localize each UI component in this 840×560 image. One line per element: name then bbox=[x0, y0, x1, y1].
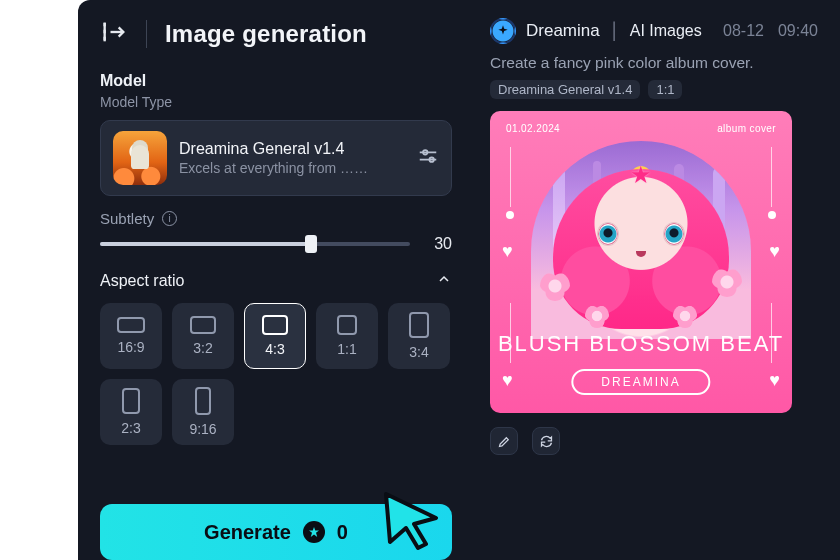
subtlety-value: 30 bbox=[424, 235, 452, 253]
model-section-label: Model bbox=[100, 72, 452, 90]
subtlety-label: Subtlety bbox=[100, 210, 154, 227]
aspect-ratio-4-3[interactable]: 4:3 bbox=[244, 303, 306, 369]
subtlety-slider[interactable] bbox=[100, 242, 410, 246]
album-artist: DREAMINA bbox=[571, 369, 710, 395]
page-title: Image generation bbox=[165, 20, 367, 48]
post-source: Dreamina bbox=[526, 21, 600, 41]
decor-line bbox=[510, 147, 511, 207]
aspect-ratio-label: 2:3 bbox=[121, 420, 140, 436]
separator: │ bbox=[610, 22, 620, 40]
aspect-ratio-1-1[interactable]: 1:1 bbox=[316, 303, 378, 369]
decor-line bbox=[771, 147, 772, 207]
flower-icon bbox=[540, 271, 570, 301]
heart-icon: ♥ bbox=[769, 370, 780, 391]
prompt-text: Create a fancy pink color album cover. bbox=[490, 54, 818, 72]
heart-icon: ♥ bbox=[769, 241, 780, 262]
heart-icon: ♥ bbox=[502, 370, 513, 391]
slider-thumb[interactable] bbox=[305, 235, 317, 253]
aspect-ratio-grid: 16:93:24:31:13:42:39:16 bbox=[100, 303, 452, 445]
aspect-ratio-label: 3:2 bbox=[193, 340, 212, 356]
flower-icon bbox=[585, 304, 609, 328]
model-selector[interactable]: Dreamina General v1.4 Excels at everythi… bbox=[100, 120, 452, 196]
edit-button[interactable] bbox=[490, 427, 518, 455]
album-title: BLUSH BLOSSOM BEAT bbox=[490, 331, 792, 357]
heart-icon: ♥ bbox=[502, 241, 513, 262]
aspect-shape-icon bbox=[195, 387, 211, 415]
aspect-ratio-2-3[interactable]: 2:3 bbox=[100, 379, 162, 445]
post-date: 08-12 bbox=[723, 22, 764, 40]
aspect-ratio-label: 1:1 bbox=[337, 341, 356, 357]
model-name: Dreamina General v1.4 bbox=[179, 140, 405, 158]
album-tag: album cover bbox=[717, 123, 776, 134]
album-date: 01.02.2024 bbox=[506, 123, 560, 134]
aspect-ratio-9-16[interactable]: 9:16 bbox=[172, 379, 234, 445]
model-type-label: Model Type bbox=[100, 94, 452, 110]
aspect-ratio-label: 16:9 bbox=[117, 339, 144, 355]
aspect-ratio-3-4[interactable]: 3:4 bbox=[388, 303, 450, 369]
aspect-ratio-label: Aspect ratio bbox=[100, 272, 184, 290]
flower-icon bbox=[673, 304, 697, 328]
flower-icon bbox=[712, 267, 742, 297]
post-category: AI Images bbox=[630, 22, 702, 40]
aspect-ratio-3-2[interactable]: 3:2 bbox=[172, 303, 234, 369]
post-header: Dreamina │ AI Images 08-12 09:40 bbox=[490, 18, 818, 44]
aspect-shape-icon bbox=[122, 388, 140, 414]
aspect-shape-icon bbox=[409, 312, 429, 338]
generate-cost: 0 bbox=[337, 521, 348, 544]
aspect-ratio-label: 3:4 bbox=[409, 344, 428, 360]
model-thumbnail bbox=[113, 131, 167, 185]
album-illustration bbox=[598, 223, 684, 245]
divider bbox=[146, 20, 147, 48]
sparkle-icon bbox=[490, 18, 516, 44]
aspect-shape-icon bbox=[262, 315, 288, 335]
aspect-ratio-label: 4:3 bbox=[265, 341, 284, 357]
post-chips: Dreamina General v1.41:1 bbox=[490, 80, 818, 99]
generate-label: Generate bbox=[204, 521, 291, 544]
aspect-ratio-label: 9:16 bbox=[189, 421, 216, 437]
sliders-icon[interactable] bbox=[417, 145, 439, 171]
aspect-shape-icon bbox=[190, 316, 216, 334]
chevron-up-icon[interactable] bbox=[436, 271, 452, 291]
chip: Dreamina General v1.4 bbox=[490, 80, 640, 99]
generated-image[interactable]: 01.02.2024 album cover ♥ ♥ ♥ ♥ ★ bbox=[490, 111, 792, 413]
info-icon[interactable]: i bbox=[162, 211, 177, 226]
collapse-panel-icon[interactable] bbox=[100, 18, 128, 50]
decor-dot bbox=[768, 211, 776, 219]
regenerate-button[interactable] bbox=[532, 427, 560, 455]
decor-dot bbox=[506, 211, 514, 219]
model-description: Excels at everything from …… bbox=[179, 160, 405, 176]
aspect-shape-icon bbox=[337, 315, 357, 335]
aspect-ratio-16-9[interactable]: 16:9 bbox=[100, 303, 162, 369]
aspect-shape-icon bbox=[117, 317, 145, 333]
credits-icon bbox=[303, 521, 325, 543]
chip: 1:1 bbox=[648, 80, 682, 99]
post-time: 09:40 bbox=[778, 22, 818, 40]
generate-button[interactable]: Generate 0 bbox=[100, 504, 452, 560]
star-icon: ★ bbox=[630, 161, 652, 189]
